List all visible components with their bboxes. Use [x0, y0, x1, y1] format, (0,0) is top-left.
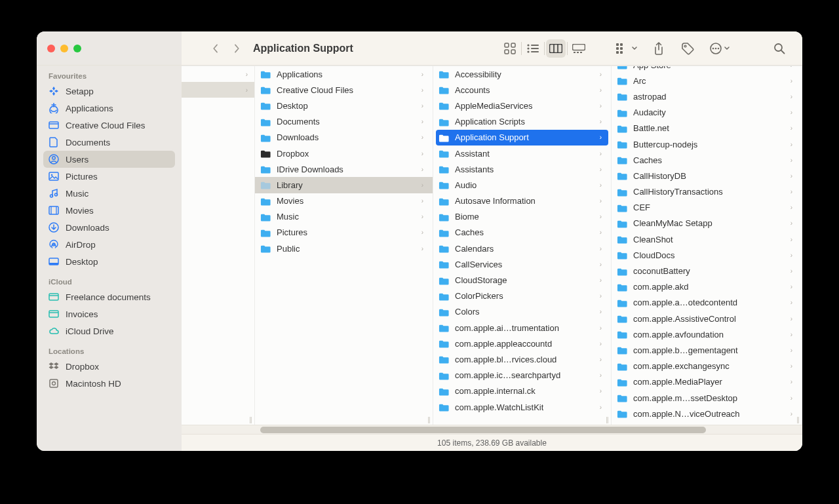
- horizontal-scrollbar[interactable]: [182, 425, 802, 434]
- list-item[interactable]: Caches›: [612, 152, 802, 168]
- list-item[interactable]: Autosave Information›: [433, 193, 611, 209]
- list-item[interactable]: Music›: [255, 209, 433, 225]
- share-button[interactable]: [649, 39, 669, 58]
- column-resize-handle[interactable]: ‖: [249, 416, 253, 423]
- sidebar-item-users[interactable]: Users: [43, 151, 175, 168]
- list-item[interactable]: com.apple.MediaPlayer›: [612, 374, 802, 390]
- list-item[interactable]: Movies›: [255, 193, 433, 209]
- sidebar-item-pictures[interactable]: Pictures: [43, 168, 175, 185]
- list-item[interactable]: Arc›: [612, 73, 802, 88]
- list-item[interactable]: CallHistoryTransactions›: [612, 184, 802, 200]
- list-item[interactable]: com.apple.appleaccountd›: [433, 336, 611, 351]
- sidebar-item-movies[interactable]: Movies: [43, 202, 175, 219]
- sidebar-item-music[interactable]: Music: [43, 185, 175, 202]
- group-by-button[interactable]: [614, 39, 640, 58]
- list-item[interactable]: com.apple.N…viceOutreach›: [612, 406, 802, 421]
- list-item[interactable]: astropad›: [612, 88, 802, 104]
- list-item[interactable]: ColorPickers›: [433, 288, 611, 304]
- sidebar-item-downloads[interactable]: Downloads: [43, 219, 175, 236]
- column-view-button[interactable]: [546, 39, 566, 58]
- column-resize-handle[interactable]: ‖: [427, 416, 431, 423]
- sidebar-item-freelance-documents[interactable]: Freelance documents: [43, 288, 175, 305]
- list-item[interactable]: Library›: [255, 177, 433, 193]
- list-item[interactable]: Audacity›: [612, 105, 802, 121]
- forward-button[interactable]: [232, 44, 241, 53]
- sidebar-item-macintosh-hd[interactable]: Macintosh HD: [43, 375, 175, 392]
- list-item[interactable]: Creative Cloud Files›: [255, 82, 433, 98]
- list-item[interactable]: Biome›: [433, 209, 611, 225]
- list-item[interactable]: Buttercup-nodejs›: [612, 136, 802, 152]
- list-item[interactable]: App Store›: [612, 66, 802, 73]
- list-item[interactable]: com.apple.b…gementagent›: [612, 342, 802, 358]
- list-item[interactable]: com.apple.WatchListKit›: [433, 399, 611, 415]
- search-button[interactable]: [770, 39, 789, 58]
- list-item[interactable]: Assistant›: [433, 145, 611, 161]
- back-button[interactable]: [211, 44, 220, 53]
- list-item[interactable]: com.apple.a…otedcontentd›: [612, 295, 802, 311]
- list-item[interactable]: Public›: [255, 241, 433, 256]
- list-item[interactable]: Accessibility›: [433, 66, 611, 82]
- list-item-label: CEF: [633, 203, 650, 212]
- list-item[interactable]: CallServices›: [433, 256, 611, 272]
- sidebar-item-dropbox[interactable]: Dropbox: [43, 358, 175, 375]
- fullscreen-window-button[interactable]: [73, 45, 81, 52]
- list-item[interactable]: com.apple.bl…rvices.cloud›: [433, 351, 611, 367]
- list-item[interactable]: CallHistoryDB›: [612, 168, 802, 184]
- list-item[interactable]: com.apple.internal.ck›: [433, 383, 611, 399]
- list-item[interactable]: Audio›: [433, 177, 611, 193]
- list-item[interactable]: CEF›: [612, 200, 802, 216]
- sidebar-item-setapp[interactable]: Setapp: [43, 83, 175, 100]
- list-item[interactable]: com.apple.avfoundation›: [612, 326, 802, 342]
- list-item[interactable]: Battle.net›: [612, 121, 802, 136]
- tags-button[interactable]: [678, 39, 697, 58]
- list-item[interactable]: com.apple.AssistiveControl›: [612, 311, 802, 326]
- list-item[interactable]: com.apple.ai…trumentation›: [433, 320, 611, 336]
- sidebar-item-documents[interactable]: Documents: [43, 134, 175, 151]
- list-item[interactable]: Application Support›: [436, 130, 608, 145]
- list-item[interactable]: Caches›: [433, 225, 611, 241]
- column-resize-handle[interactable]: ‖: [606, 416, 610, 423]
- list-item[interactable]: Pictures›: [255, 225, 433, 241]
- list-item[interactable]: Dropbox›: [255, 145, 433, 161]
- list-view-button[interactable]: [523, 39, 543, 58]
- list-item[interactable]: Desktop›: [255, 98, 433, 113]
- list-item[interactable]: CleanShot›: [612, 231, 802, 247]
- more-actions-button[interactable]: [707, 39, 732, 58]
- svg-point-27: [717, 47, 719, 49]
- list-item[interactable]: Colors›: [433, 304, 611, 320]
- minimize-window-button[interactable]: [60, 45, 68, 52]
- sidebar-item-airdrop[interactable]: AirDrop: [43, 236, 175, 253]
- list-item[interactable]: CloudDocs›: [612, 247, 802, 263]
- list-item[interactable]: Accounts›: [433, 82, 611, 98]
- sidebar-item-creative-cloud-files[interactable]: Creative Cloud Files: [43, 117, 175, 134]
- list-item[interactable]: ›: [182, 82, 254, 98]
- sidebar-item-invoices[interactable]: Invoices: [43, 305, 175, 322]
- list-item[interactable]: com.apple.m…ssetDesktop›: [612, 390, 802, 406]
- chevron-right-icon: ›: [600, 245, 602, 252]
- list-item[interactable]: com.apple.ic…searchpartyd›: [433, 368, 611, 383]
- list-item[interactable]: coconutBattery›: [612, 263, 802, 279]
- list-item[interactable]: CleanMyMac Setapp›: [612, 216, 802, 231]
- sidebar-item-applications[interactable]: Applications: [43, 100, 175, 117]
- list-item[interactable]: Documents›: [255, 114, 433, 130]
- sidebar-heading: Locations: [43, 345, 175, 358]
- list-item[interactable]: CloudStorage›: [433, 272, 611, 288]
- list-item[interactable]: com.apple.akd›: [612, 279, 802, 295]
- gallery-view-button[interactable]: [569, 39, 589, 58]
- column-resize-handle[interactable]: ‖: [796, 416, 800, 423]
- list-item[interactable]: Assistants›: [433, 161, 611, 177]
- list-item[interactable]: IDrive Downloads›: [255, 161, 433, 177]
- list-item[interactable]: Applications›: [255, 66, 433, 82]
- svg-point-26: [714, 47, 716, 49]
- list-item[interactable]: Downloads›: [255, 130, 433, 145]
- list-item[interactable]: AppleMediaServices›: [433, 98, 611, 113]
- close-window-button[interactable]: [47, 45, 55, 52]
- list-item[interactable]: Application Scripts›: [433, 114, 611, 130]
- scrollbar-thumb[interactable]: [260, 427, 706, 433]
- sidebar-item-desktop[interactable]: Desktop: [43, 253, 175, 270]
- list-item[interactable]: ›: [182, 66, 254, 82]
- sidebar-item-icloud-drive[interactable]: iCloud Drive: [43, 322, 175, 339]
- icon-view-button[interactable]: [500, 39, 520, 58]
- list-item[interactable]: com.apple.exchangesync›: [612, 359, 802, 374]
- list-item[interactable]: Calendars›: [433, 241, 611, 256]
